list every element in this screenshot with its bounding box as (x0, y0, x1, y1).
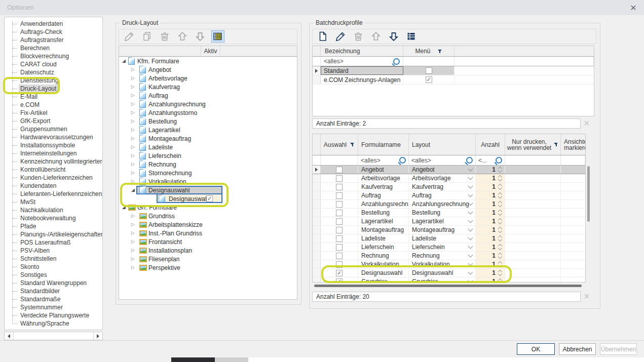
clear-filter-icon[interactable]: × (584, 292, 590, 301)
tree-item-bestellung[interactable]: ▷Bestellung (119, 117, 297, 126)
sidebar-item-gfk-export[interactable]: GfK-Export (5, 117, 102, 125)
auswahl-cell[interactable] (321, 260, 358, 268)
menu-checkbox[interactable] (426, 76, 432, 83)
tree-item-frontansicht[interactable]: ▷Frontansicht (119, 237, 297, 246)
tree-item-rechnung[interactable]: ▷Rechnung (119, 160, 297, 169)
profile-row-e-com-zeichnungs-anlagen[interactable]: e.COM Zeichnungs-Anlagen (313, 75, 594, 85)
number-spinner[interactable] (497, 245, 503, 250)
forms-table-horizontal-scrollbar[interactable] (312, 284, 586, 288)
filter-dropdown-icon[interactable] (350, 142, 355, 147)
dropdown-chevron-icon[interactable] (468, 278, 473, 283)
delete-trash-icon[interactable] (352, 30, 365, 43)
apply-button[interactable]: Übernehmen (600, 343, 637, 355)
layout-cell[interactable]: Ladeliste (409, 234, 476, 243)
anzahl-cell[interactable]: 1 (476, 174, 505, 182)
scroll-left-button[interactable] (5, 332, 14, 340)
tree-item-installationsplan[interactable]: ▷Installationsplan (119, 246, 297, 255)
column-nur-drucken[interactable]: Nur drucken, wenn verwendet (505, 134, 561, 155)
filter-dropdown-icon[interactable] (438, 49, 442, 54)
column-anzahl[interactable]: Anzahl (476, 134, 505, 155)
auswahl-checkbox[interactable] (336, 192, 343, 199)
ansichten-cell[interactable] (561, 174, 585, 182)
sidebar-item-datenschutz[interactable]: Datenschutz (5, 68, 102, 76)
sidebar-item-e-com[interactable]: e.COM (5, 101, 102, 109)
form-row-auftrag[interactable]: AuftragAuftrag1 (313, 191, 585, 200)
ansichten-cell[interactable] (561, 191, 585, 199)
table-view-icon[interactable] (405, 30, 418, 43)
menu-filter-cell[interactable] (403, 57, 454, 66)
dropdown-chevron-icon[interactable] (468, 235, 473, 240)
auswahl-checkbox[interactable] (336, 210, 343, 216)
form-row-grundriss[interactable]: GrundrissGrundriss1 (313, 277, 585, 283)
layout-cell[interactable]: Lieferschein (409, 243, 476, 251)
sidebar-item-mwst[interactable]: MwSt (5, 198, 102, 206)
column-formularname[interactable]: Formularname (358, 134, 409, 155)
sidebar-item-standard-warengruppen[interactable]: Standard Warengruppen (5, 279, 102, 287)
scroll-right-button[interactable] (93, 332, 102, 340)
ansichten-cell[interactable] (561, 226, 585, 234)
nur-drucken-cell[interactable] (505, 200, 561, 208)
auswahl-filter-cell[interactable] (321, 155, 358, 165)
nur-drucken-cell[interactable] (505, 183, 561, 191)
sidebar-item-standardbilder[interactable]: Standardbilder (5, 287, 102, 295)
sidebar-item-auftragstransfer[interactable]: Auftragstransfer (5, 36, 102, 44)
copy-icon[interactable] (140, 30, 154, 43)
number-spinner[interactable] (497, 262, 503, 267)
auswahl-checkbox[interactable] (336, 167, 343, 173)
anzahl-cell[interactable]: 1 (476, 226, 505, 234)
tree-item-grundriss[interactable]: ▷Grundriss (119, 212, 297, 220)
nur-drucken-filter-cell[interactable] (505, 155, 561, 165)
tree-item-designauswahl[interactable]: Designauswahl (119, 194, 297, 203)
layout-cell[interactable]: Arbeitsvorlage (409, 174, 476, 182)
layout-cell[interactable]: Angebot (409, 166, 476, 174)
number-spinner[interactable] (497, 202, 503, 207)
tree-item-auftrag[interactable]: ▷Auftrag (119, 91, 297, 100)
layout-cell[interactable]: Lagerartikel (409, 217, 476, 225)
ansichten-cell[interactable] (561, 252, 585, 260)
form-row-montageauftrag[interactable]: MontageauftragMontageauftrag1 (313, 226, 585, 234)
sidebar-item-auftrags-check[interactable]: Auftrags-Check (5, 28, 102, 36)
search-lens-icon[interactable] (393, 58, 400, 65)
ansichten-cell[interactable] (561, 269, 585, 277)
sidebar-item-kundendaten[interactable]: Kundendaten (5, 182, 102, 190)
number-spinner[interactable] (497, 279, 503, 283)
expander-closed-icon[interactable]: ▷ (131, 66, 135, 73)
sidebar-item-kennzeichnung-vollintegrierter-ger-te[interactable]: Kennzeichnung vollintegrierter Geräte (5, 157, 102, 166)
expander-closed-icon[interactable]: ▷ (131, 247, 135, 254)
tree-item-lieferschein[interactable]: ▷Lieferschein (119, 151, 297, 160)
profile-row-standard[interactable]: Standard (313, 66, 594, 75)
number-spinner[interactable] (497, 176, 503, 181)
sidebar-item-dienstleistung[interactable]: Dienstleistung (5, 76, 102, 85)
auswahl-cell[interactable] (321, 183, 358, 191)
auswahl-checkbox[interactable] (336, 278, 343, 283)
auswahl-checkbox[interactable] (336, 201, 343, 208)
tree-item-angebot[interactable]: ▷Angebot (119, 65, 297, 74)
expander-closed-icon[interactable]: ▷ (131, 84, 135, 90)
form-row-designauswahl[interactable]: DesignauswahlDesignauswahl1 (313, 269, 585, 277)
auswahl-cell[interactable] (321, 209, 358, 217)
auswahl-checkbox[interactable] (336, 227, 343, 233)
layout-cell[interactable]: Anzahlungsrechnung (409, 200, 476, 208)
menu-cell[interactable] (403, 75, 454, 84)
auswahl-cell[interactable] (321, 234, 358, 243)
nur-drucken-cell[interactable] (505, 209, 561, 217)
anzahl-filter-cell[interactable]: <... (476, 155, 505, 165)
sidebar-item-w-hrung-sprache[interactable]: Währung/Sprache (5, 319, 102, 328)
sidebar-item-standardma-e[interactable]: Standardmaße (5, 295, 102, 303)
expander-open-icon[interactable]: ◢ (122, 204, 126, 211)
anzahl-cell[interactable]: 1 (476, 200, 505, 208)
form-row-ladeliste[interactable]: LadelisteLadeliste1 (313, 234, 585, 243)
auswahl-cell[interactable] (321, 226, 358, 234)
sidebar-item-anwenderdaten[interactable]: Anwenderdaten (5, 20, 102, 28)
expander-closed-icon[interactable]: ▷ (131, 256, 135, 262)
nur-drucken-cell[interactable] (505, 234, 561, 243)
auswahl-cell[interactable] (321, 243, 358, 251)
column-ansichten[interactable]: Ansichten markieren (561, 134, 585, 155)
nur-drucken-cell[interactable] (505, 217, 561, 225)
anzahl-cell[interactable]: 1 (476, 217, 505, 225)
sidebar-horizontal-scrollbar[interactable] (4, 332, 103, 340)
anzahl-cell[interactable]: 1 (476, 234, 505, 243)
ansichten-cell[interactable] (561, 243, 585, 251)
nur-drucken-cell[interactable] (505, 277, 561, 283)
number-spinner[interactable] (497, 210, 503, 215)
